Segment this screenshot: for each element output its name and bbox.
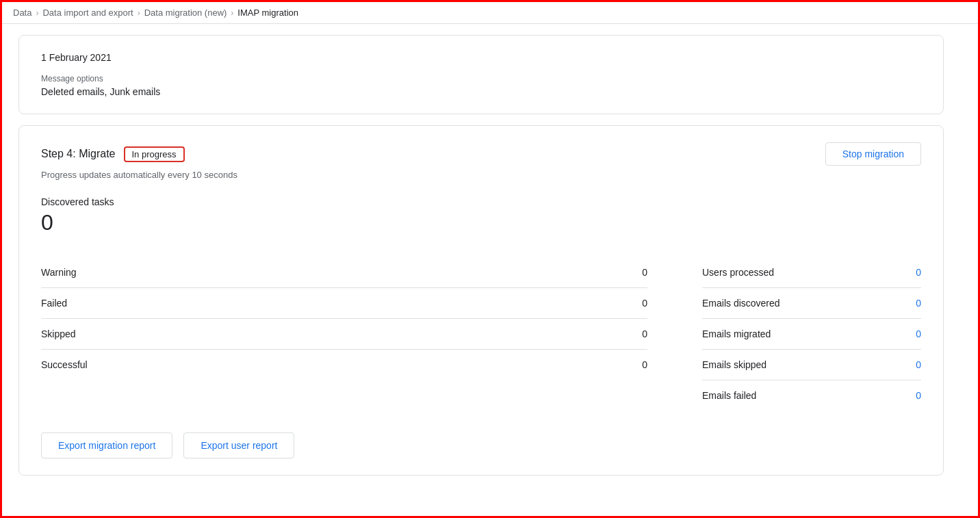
emails-failed-value: 0	[916, 390, 921, 401]
stat-row-skipped: Skipped 0	[41, 319, 647, 350]
breadcrumb-data[interactable]: Data	[13, 8, 31, 18]
step4-header: Step 4: Migrate In progress Stop migrati…	[41, 142, 921, 166]
stats-left: Warning 0 Failed 0 Skipped 0 Successful …	[41, 257, 647, 411]
stats-container: Warning 0 Failed 0 Skipped 0 Successful …	[41, 257, 921, 411]
export-buttons: Export migration report Export user repo…	[41, 432, 921, 458]
emails-failed-label: Emails failed	[702, 390, 756, 401]
breadcrumb-sep-2: ›	[138, 8, 140, 18]
breadcrumb-sep-1: ›	[36, 8, 38, 18]
date-text: 1 February 2021	[41, 52, 921, 63]
info-card: 1 February 2021 Message options Deleted …	[18, 35, 944, 114]
stats-right: Users processed 0 Emails discovered 0 Em…	[647, 257, 921, 411]
warning-value: 0	[634, 267, 647, 278]
progress-subtitle: Progress updates automatically every 10 …	[41, 170, 921, 180]
failed-label: Failed	[41, 298, 67, 309]
right-stat-emails-migrated: Emails migrated 0	[702, 319, 921, 350]
emails-migrated-label: Emails migrated	[702, 328, 771, 339]
message-options-value: Deleted emails, Junk emails	[41, 86, 921, 97]
users-processed-value: 0	[916, 267, 921, 278]
discovered-section: Discovered tasks 0	[41, 196, 921, 235]
breadcrumb-imap: IMAP migration	[237, 8, 298, 18]
right-stat-emails-failed: Emails failed 0	[702, 380, 921, 411]
emails-discovered-label: Emails discovered	[702, 298, 780, 309]
emails-migrated-value: 0	[916, 328, 921, 339]
stat-row-successful: Successful 0	[41, 350, 647, 380]
discovered-label: Discovered tasks	[41, 196, 921, 207]
right-stat-users-processed: Users processed 0	[702, 257, 921, 288]
skipped-label: Skipped	[41, 328, 76, 339]
step4-title: Step 4: Migrate	[41, 148, 116, 160]
successful-value: 0	[634, 359, 647, 370]
step4-title-row: Step 4: Migrate In progress	[41, 146, 185, 162]
right-stat-emails-discovered: Emails discovered 0	[702, 288, 921, 319]
message-options-label: Message options	[41, 74, 921, 83]
stat-row-warning: Warning 0	[41, 257, 647, 288]
export-user-report-button[interactable]: Export user report	[183, 432, 294, 458]
stop-migration-button[interactable]: Stop migration	[825, 142, 921, 166]
successful-label: Successful	[41, 359, 88, 370]
export-migration-report-button[interactable]: Export migration report	[41, 432, 172, 458]
skipped-value: 0	[634, 328, 647, 339]
step4-card: Step 4: Migrate In progress Stop migrati…	[18, 125, 944, 476]
breadcrumb-data-migration[interactable]: Data migration (new)	[144, 8, 227, 18]
breadcrumb-sep-3: ›	[231, 8, 233, 18]
emails-skipped-label: Emails skipped	[702, 359, 766, 370]
breadcrumb: Data › Data import and export › Data mig…	[2, 2, 978, 24]
breadcrumb-data-import[interactable]: Data import and export	[42, 8, 133, 18]
emails-discovered-value: 0	[916, 298, 921, 309]
users-processed-label: Users processed	[702, 267, 774, 278]
right-stat-emails-skipped: Emails skipped 0	[702, 350, 921, 380]
discovered-count: 0	[41, 210, 921, 235]
warning-label: Warning	[41, 267, 77, 278]
emails-skipped-value: 0	[916, 359, 921, 370]
status-badge: In progress	[124, 146, 185, 162]
stat-row-failed: Failed 0	[41, 288, 647, 319]
failed-value: 0	[634, 298, 647, 309]
